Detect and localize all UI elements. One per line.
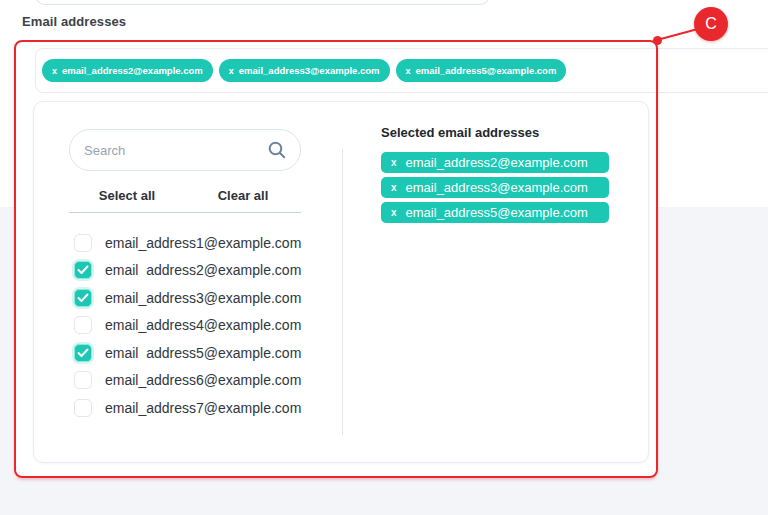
- option-label: email_address6@example.com: [105, 372, 301, 388]
- chip-label: email_address2@example.com: [62, 65, 203, 76]
- chip-close-icon[interactable]: x: [229, 66, 234, 76]
- email-addresses-label: Email addresses: [22, 14, 126, 29]
- chip-close-icon[interactable]: x: [406, 66, 411, 76]
- search-box[interactable]: [69, 129, 301, 171]
- checkbox[interactable]: [74, 316, 92, 334]
- selected-chips-list: x email_address2@example.com x email_add…: [381, 152, 609, 223]
- checkbox[interactable]: [74, 289, 92, 307]
- chip-close-icon[interactable]: x: [391, 182, 397, 193]
- checkbox[interactable]: [74, 399, 92, 417]
- selected-email-chip[interactable]: x email_address5@example.com: [381, 202, 609, 223]
- clear-all-button[interactable]: Clear all: [185, 186, 301, 204]
- option-label: email address2@example.com: [105, 262, 301, 278]
- chip-label: email_address5@example.com: [416, 65, 557, 76]
- checkbox[interactable]: [74, 344, 92, 362]
- select-all-button[interactable]: Select all: [69, 186, 185, 204]
- checkbox[interactable]: [74, 371, 92, 389]
- chip-label: email_address3@example.com: [239, 65, 380, 76]
- checkbox[interactable]: [74, 234, 92, 252]
- search-input[interactable]: [84, 143, 267, 158]
- option-label: email_address1@example.com: [105, 235, 301, 251]
- email-picker-card: Select all Clear all email_address1@exam…: [33, 101, 649, 463]
- chip-close-icon[interactable]: x: [391, 157, 397, 168]
- selected-panel-title: Selected email addresses: [381, 125, 609, 139]
- option-row[interactable]: email_address6@example.com: [74, 367, 336, 395]
- chip-label: email_address2@example.com: [406, 155, 588, 170]
- selected-email-chip[interactable]: x email_address5@example.com: [396, 59, 567, 82]
- annotation-badge: C: [694, 7, 728, 41]
- selected-email-chip[interactable]: x email_address2@example.com: [381, 152, 609, 173]
- email-options-list: email_address1@example.com email address…: [74, 229, 336, 422]
- option-label: email_address4@example.com: [105, 317, 301, 333]
- selected-chips-bar: x email_address2@example.com x email_add…: [35, 48, 768, 93]
- selected-email-chip[interactable]: x email_address3@example.com: [381, 177, 609, 198]
- option-row[interactable]: email address5@example.com: [74, 339, 336, 367]
- option-label: email_address3@example.com: [105, 290, 301, 306]
- option-label: email_address7@example.com: [105, 400, 301, 416]
- checkbox[interactable]: [74, 261, 92, 279]
- option-row[interactable]: email_address1@example.com: [74, 229, 336, 257]
- option-row[interactable]: email address2@example.com: [74, 257, 336, 285]
- panel-divider: [342, 149, 343, 435]
- chip-close-icon[interactable]: x: [52, 66, 57, 76]
- selected-emails-panel: Selected email addresses x email_address…: [381, 125, 609, 223]
- annotation-letter: C: [705, 15, 717, 33]
- selected-email-chip[interactable]: x email_address2@example.com: [42, 59, 213, 82]
- header-divider: [69, 212, 301, 213]
- previous-field-remnant: [35, 0, 490, 5]
- email-addresses-form: Email addresses x email_address2@example…: [0, 0, 768, 515]
- selected-email-chip[interactable]: x email_address3@example.com: [219, 59, 390, 82]
- chip-close-icon[interactable]: x: [391, 207, 397, 218]
- option-row[interactable]: email_address4@example.com: [74, 312, 336, 340]
- chip-label: email_address3@example.com: [406, 180, 588, 195]
- search-icon: [267, 140, 287, 160]
- option-label: email address5@example.com: [105, 345, 301, 361]
- option-row[interactable]: email_address3@example.com: [74, 284, 336, 312]
- option-row[interactable]: email_address7@example.com: [74, 394, 336, 422]
- chip-label: email_address5@example.com: [406, 205, 588, 220]
